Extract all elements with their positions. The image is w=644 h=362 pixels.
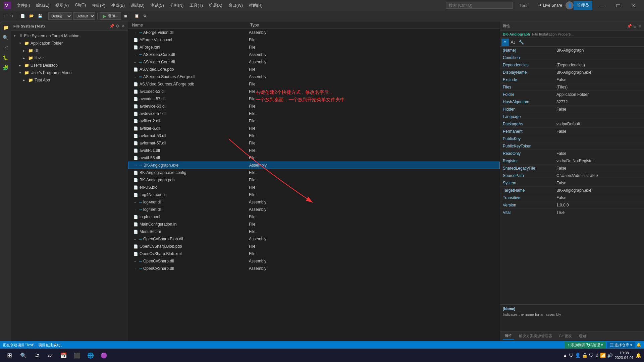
save-button[interactable]: 💾 [37, 12, 44, 20]
fs-settings-icon[interactable]: ⚙ [116, 24, 119, 28]
prop-row[interactable]: SourcePath C:\Users\Administrator\ [500, 172, 644, 179]
file-row[interactable]: ⇒ AForge.Vision.dll Assembly [128, 29, 500, 36]
prop-row[interactable]: (Name) BK-Angiograph [500, 47, 644, 54]
prop-row[interactable]: HashAlgorithm 32772 [500, 98, 644, 106]
activity-debug[interactable]: 🐛 [1, 53, 10, 62]
props-bottom-tab[interactable]: 属性 [503, 333, 514, 340]
props-bottom-tab[interactable]: Git 更改 [557, 333, 574, 339]
prop-row[interactable]: SharedLegacyFile False [500, 165, 644, 172]
file-row[interactable]: ⇒ AS.Video.Sources.AForge.dll Assembly [128, 73, 500, 80]
settings-button[interactable]: ⚙ [142, 12, 148, 20]
prop-row[interactable]: Dependencies (Dependencies) [500, 61, 644, 69]
file-row[interactable]: 📄 AS.Video.Core.pdb File [128, 66, 500, 73]
file-row[interactable]: 📄 MenuSet.ini File [128, 228, 500, 235]
repo-btn[interactable]: ▤ 选择仓库 ▾ [607, 342, 635, 348]
props-categorized-btn[interactable]: ≡ [501, 39, 509, 46]
new-file-button[interactable]: 📄 [19, 12, 26, 20]
file-row[interactable]: ⇒ AS.Video.Core.dll Assembly [128, 58, 500, 66]
file-row[interactable]: 📄 OpenCvSharp.Blob.pdb File [128, 243, 500, 250]
source-control-btn[interactable]: ↑ 添加到源代码管理 ▾ [565, 342, 606, 348]
props-pages-btn[interactable]: 🔧 [518, 39, 525, 46]
prop-row[interactable]: ReadOnly False [500, 150, 644, 157]
search-input[interactable] [446, 2, 513, 9]
props-close-icon[interactable]: ✕ [638, 24, 641, 28]
prop-row[interactable]: Vital True [500, 209, 644, 216]
close-button[interactable]: ✕ [626, 0, 641, 11]
fs-panel-close[interactable]: ✕ [121, 23, 125, 28]
file-row[interactable]: 📄 MainConfiguration.ini File [128, 221, 500, 228]
props-alphabetical-btn[interactable]: A↓ [509, 39, 517, 46]
taskbar-browser-icon[interactable]: 🌐 [85, 349, 97, 361]
prop-row[interactable]: TargetName BK-Angiograph.exe [500, 187, 644, 194]
file-row[interactable]: ⇒ log4net.dll Assembly [128, 198, 500, 206]
props-pin-icon[interactable]: 📌 [627, 24, 632, 28]
activity-explorer[interactable]: 📁 [1, 23, 10, 32]
file-row[interactable]: 📄 BK-Angiograph.pdb File [128, 176, 500, 184]
file-row[interactable]: 📄 AForge.xml File [128, 44, 500, 51]
taskbar-files-icon[interactable]: 🗂 [31, 349, 43, 361]
taskbar-vs-icon[interactable]: 🟣 [98, 349, 110, 361]
file-row[interactable]: ⇒ BK-Angiograph.exe Assembly [128, 162, 500, 169]
props-dock-icon[interactable]: ⊞ [633, 24, 637, 28]
file-row[interactable]: 📄 en-US.bio File [128, 184, 500, 191]
run-button[interactable]: ▶ 附加... [100, 12, 121, 20]
file-list[interactable]: ⇒ AForge.Vision.dll Assembly 📄 AForge.Vi… [128, 29, 500, 341]
file-row[interactable]: 📄 log4net.xml File [128, 213, 500, 221]
prop-row[interactable]: Files (Files) [500, 83, 644, 91]
prop-row[interactable]: Version 1.0.0.0 [500, 201, 644, 209]
menu-edit[interactable]: 编辑(E) [33, 1, 52, 10]
taskbar-calendar-icon[interactable]: 📅 [58, 349, 70, 361]
file-row[interactable]: 📄 Log4Net.config File [128, 191, 500, 198]
file-row[interactable]: 📄 avformat-57.dll File [128, 139, 500, 147]
file-row[interactable]: 📄 avutil-51.dll File [128, 147, 500, 154]
menu-help[interactable]: 帮助(H) [246, 1, 265, 10]
open-file-button[interactable]: 📂 [28, 12, 35, 20]
tree-users-programs[interactable]: ▼ 📁 User's Programs Menu [11, 69, 128, 76]
admin-button[interactable]: 管理员 [574, 1, 592, 10]
prop-row[interactable]: Hidden False [500, 106, 644, 113]
menu-view[interactable]: 视图(V) [53, 1, 71, 10]
file-row[interactable]: 📄 avcodec-57.dll File [128, 95, 500, 103]
file-row[interactable]: ⇒ log4net.dll Assembly [128, 206, 500, 213]
notification-icon[interactable]: 🔔 [636, 343, 641, 347]
prop-row[interactable]: PackageAs vsdpaDefault [500, 120, 644, 128]
prop-row[interactable]: Transitive False [500, 194, 644, 201]
file-row[interactable]: ⇒ AS.Video.Core.dll Assembly [128, 51, 500, 58]
menu-extensions[interactable]: 扩展(X) [206, 1, 225, 10]
menu-window[interactable]: 窗口(W) [226, 1, 246, 10]
tree-libvlc[interactable]: ▶ 📁 libvlc [11, 54, 128, 62]
file-row[interactable]: 📄 avcodec-53.dll File [128, 88, 500, 95]
prop-row[interactable]: System False [500, 179, 644, 187]
file-row[interactable]: 📄 avfilter-6.dll File [128, 125, 500, 132]
tree-root[interactable]: ▼ 🖥 File System on Target Machine [11, 32, 128, 40]
file-row[interactable]: 📄 avdevice-53.dll File [128, 103, 500, 110]
file-row[interactable]: ⇒ OpenCvSharp.dll Assembly [128, 265, 500, 272]
menu-build[interactable]: 生成(B) [109, 1, 127, 10]
file-row[interactable]: ⇒ OpenCvSharp.dll Assembly [128, 257, 500, 265]
props-bottom-tab[interactable]: 解决方案资源管理器 [517, 333, 554, 339]
file-row[interactable]: 📄 avdevice-57.dll File [128, 110, 500, 117]
file-row[interactable]: 📄 AForge.Vision.xml File [128, 36, 500, 44]
activity-search[interactable]: 🔍 [1, 33, 10, 42]
file-row[interactable]: 📄 OpenCvSharp.Blob.xml File [128, 250, 500, 257]
menu-git[interactable]: Git(G) [72, 1, 89, 10]
prop-row[interactable]: Register vsdraDo NotRegister [500, 157, 644, 165]
prop-row[interactable]: Folder Application Folder [500, 91, 644, 98]
platform-select[interactable]: Default [73, 12, 95, 20]
maximize-button[interactable]: 🗖 [610, 0, 626, 11]
tree-app-folder[interactable]: ▼ 📁 Application Folder [11, 40, 128, 47]
taskbar-black-icon[interactable]: ⬛ [71, 349, 83, 361]
user-avatar[interactable]: 👤 [566, 1, 574, 9]
file-row[interactable]: 📄 BK-Angiograph.exe.config File [128, 169, 500, 176]
activity-git[interactable]: ⎇ [1, 43, 10, 52]
file-row[interactable]: 📄 avutil-55.dll File [128, 154, 500, 162]
tray-notification-icon[interactable]: 🔔 [636, 353, 641, 358]
file-row[interactable]: ⇒ OpenCvSharp.Blob.dll Assembly [128, 235, 500, 243]
tree-test-app[interactable]: ▶ 📁 Test App [11, 76, 128, 84]
tree-users-desktop[interactable]: ▶ 📁 User's Desktop [11, 62, 128, 69]
live-share-btn[interactable]: ⮕ Live Share [534, 2, 566, 9]
debug-config-select[interactable]: Debug Release [48, 12, 72, 20]
menu-analyze[interactable]: 分析(N) [167, 1, 186, 10]
fs-pin-icon[interactable]: 📌 [109, 24, 114, 28]
taskbar-weather-icon[interactable]: 20° [44, 349, 56, 361]
